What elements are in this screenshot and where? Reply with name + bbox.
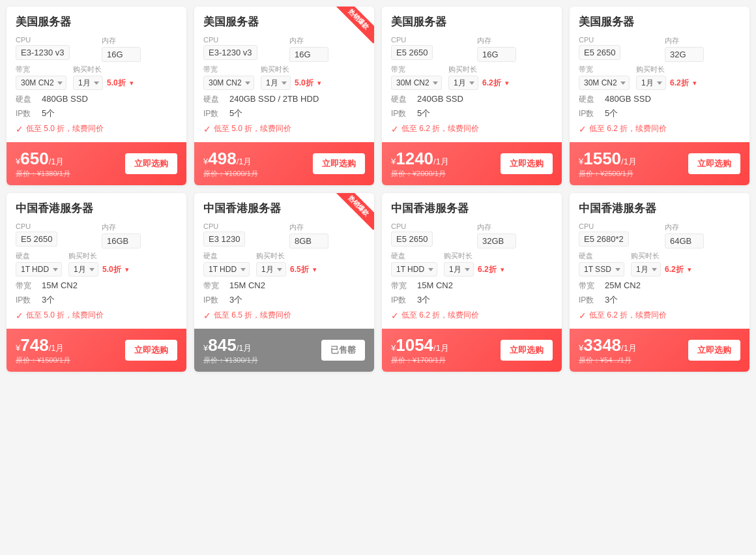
- price-block: ¥845/1月 原价：¥1300/1月: [203, 335, 258, 365]
- cpu-value: E5 2650: [16, 232, 57, 247]
- buy-button[interactable]: 立即选购: [125, 153, 177, 174]
- promo-text: ✓ 低至 5.0 折，续费同价: [203, 123, 365, 134]
- duration-select[interactable]: 1月: [448, 76, 478, 90]
- ip-row: IP数 3个: [16, 294, 177, 306]
- bw-select[interactable]: 30M CN2: [391, 76, 442, 90]
- bw-value: 15M CN2: [42, 280, 78, 290]
- discount-arrow: ▾: [693, 79, 697, 87]
- disk-value: 240GB SSD: [417, 94, 463, 104]
- promo-text: ✓ 低至 5.0 折，续费同价: [16, 310, 177, 321]
- buy-button[interactable]: 立即选购: [501, 340, 553, 361]
- card-footer: ¥1550/1月 原价：¥2500/1月 立即选购: [570, 142, 749, 185]
- mem-col: 内存 16G: [477, 36, 553, 62]
- mem-value: 32GB: [477, 233, 516, 248]
- discount-arrow: ▾: [317, 79, 321, 87]
- bw-value: 15M CN2: [417, 280, 453, 290]
- price-amount: 748: [20, 335, 48, 355]
- ip-label: IP数: [391, 108, 412, 119]
- bw-duration-row: 带宽 30M CN2 购买时长 1月 6.2折 ▾: [579, 65, 740, 90]
- duration-group: 购买时长 1月 5.0折 ▾: [73, 65, 134, 90]
- bw-select[interactable]: 30M CN2: [16, 76, 66, 90]
- bw-duration-row: 带宽 30M CN2 购买时长 1月 5.0折 ▾: [203, 65, 365, 90]
- ip-row: IP数 5个: [391, 108, 553, 119]
- promo-label: 低至 6.2 折，续费同价: [589, 123, 667, 134]
- bw-group: 带宽 30M CN2: [391, 65, 442, 90]
- bw-select[interactable]: 30M CN2: [203, 76, 254, 90]
- ip-label: IP数: [579, 295, 600, 306]
- ip-label: IP数: [579, 108, 600, 119]
- price-main: ¥498/1月: [203, 149, 258, 169]
- buy-button[interactable]: 立即选购: [313, 153, 365, 174]
- disk-select[interactable]: 1T HDD: [16, 262, 62, 277]
- ip-value: 3个: [229, 294, 242, 306]
- mem-value: 16GB: [102, 233, 141, 248]
- disk-row: 硬盘 480GB SSD: [579, 94, 740, 105]
- disk-label: 硬盘: [579, 251, 624, 261]
- cpu-label: CPU: [203, 36, 279, 44]
- discount-arrow: ▾: [125, 265, 129, 274]
- check-icon: ✓: [579, 124, 587, 134]
- product-card: 美国服务器 CPU E3-1230 v3 内存 16G 带宽 30M CN2: [7, 7, 186, 185]
- duration-select[interactable]: 1月: [444, 262, 474, 277]
- ip-label: IP数: [16, 108, 36, 119]
- card-footer: ¥1054/1月 原价：¥1700/1月 立即选购: [382, 329, 562, 372]
- bw-duration-row: 带宽 30M CN2 购买时长 1月 6.2折 ▾: [391, 65, 553, 90]
- hot-badge: 热销爆款: [332, 193, 374, 235]
- cpu-mem-row: CPU E5 2650 内存 16G: [391, 36, 553, 62]
- mem-value: 8GB: [289, 233, 328, 248]
- discount-badge: 5.0折: [102, 264, 121, 275]
- disk-select[interactable]: 1T SSD: [579, 262, 624, 277]
- ip-label: IP数: [203, 295, 224, 306]
- duration-select[interactable]: 1月: [256, 262, 286, 277]
- buy-button[interactable]: 立即选购: [501, 153, 553, 174]
- discount-badge: 5.0折: [107, 78, 126, 89]
- mem-label: 内存: [665, 36, 740, 46]
- buy-button[interactable]: 已售罄: [321, 340, 365, 361]
- buy-button[interactable]: 立即选购: [125, 340, 177, 361]
- ip-label: IP数: [391, 295, 412, 306]
- ip-row: IP数 3个: [579, 294, 740, 306]
- check-icon: ✓: [203, 310, 211, 321]
- cpu-label: CPU: [203, 222, 279, 230]
- cpu-mem-row: CPU E5 2650 内存 32GB: [391, 222, 553, 248]
- buy-button[interactable]: 立即选购: [688, 153, 740, 174]
- cpu-label: CPU: [391, 36, 467, 44]
- cpu-label: CPU: [16, 36, 91, 44]
- duration-select[interactable]: 1月: [73, 76, 103, 90]
- duration-label: 购买时长: [636, 65, 697, 74]
- bw-group: 带宽 30M CN2: [579, 65, 630, 90]
- duration-select[interactable]: 1月: [631, 262, 661, 277]
- card-body: 美国服务器 CPU E3-1230 v3 内存 16G 带宽 30M CN2: [7, 7, 186, 142]
- disk-select[interactable]: 1T HDD: [391, 262, 437, 277]
- cpu-label: CPU: [391, 222, 467, 230]
- buy-button[interactable]: 立即选购: [688, 340, 740, 361]
- mem-label: 内存: [102, 222, 177, 232]
- price-amount: 1054: [396, 335, 433, 355]
- discount-badge: 6.2折: [478, 264, 497, 275]
- hot-badge-text: 热销爆款: [334, 193, 374, 230]
- bandwidth-row: 带宽 15M CN2: [391, 280, 553, 292]
- price-block: ¥1240/1月 原价：¥2000/1月: [391, 149, 449, 179]
- ip-value: 5个: [229, 108, 242, 119]
- bw-duration-row: 带宽 30M CN2 购买时长 1月 5.0折 ▾: [16, 65, 177, 90]
- product-card: 热销爆款 美国服务器 CPU E3-1230 v3 内存 16G 带宽 30M …: [194, 7, 374, 185]
- bw-select[interactable]: 30M CN2: [579, 76, 630, 90]
- card-title: 中国香港服务器: [16, 201, 177, 216]
- product-card: 中国香港服务器 CPU E5 2650 内存 16GB 硬盘 1T HDD: [7, 193, 186, 372]
- disk-duration-row: 硬盘 1T HDD 购买时长 1月 6.5折 ▾: [203, 251, 365, 277]
- disk-group: 硬盘 1T HDD: [203, 251, 250, 277]
- card-footer: ¥748/1月 原价：¥1500/1月 立即选购: [7, 329, 186, 372]
- bw-label: 带宽: [16, 280, 36, 292]
- duration-select[interactable]: 1月: [636, 76, 666, 90]
- duration-select[interactable]: 1月: [261, 76, 291, 90]
- duration-label: 购买时长: [73, 65, 134, 74]
- duration-select[interactable]: 1月: [68, 262, 98, 277]
- ip-row: IP数 5个: [579, 108, 740, 119]
- duration-label: 购买时长: [68, 251, 129, 261]
- discount-arrow: ▾: [313, 265, 317, 274]
- card-body: 中国香港服务器 CPU E5 2680*2 内存 64GB 硬盘 1T SSD: [570, 193, 749, 329]
- duration-group: 购买时长 1月 6.2折 ▾: [444, 251, 504, 277]
- disk-label: 硬盘: [203, 94, 224, 105]
- cpu-mem-row: CPU E5 2650 内存 32G: [579, 36, 740, 62]
- disk-select[interactable]: 1T HDD: [203, 262, 250, 277]
